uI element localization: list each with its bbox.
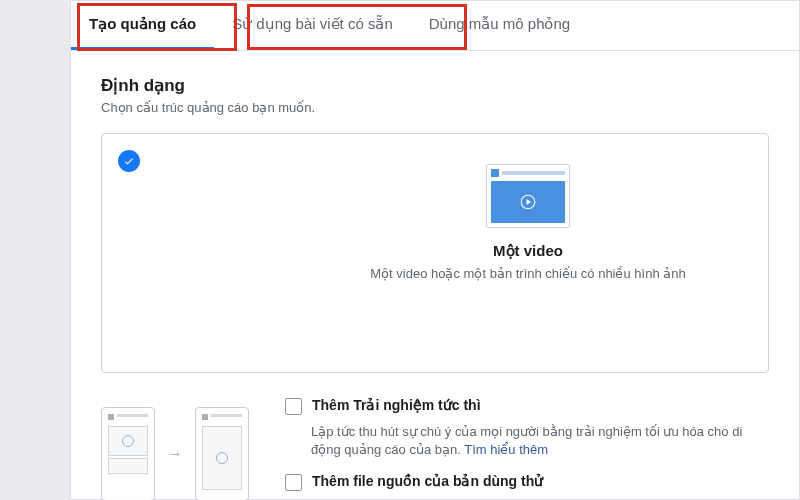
check-icon bbox=[118, 150, 140, 172]
svg-marker-1 bbox=[527, 199, 532, 205]
format-subheading: Chọn cấu trúc quảng cáo bạn muốn. bbox=[101, 100, 769, 115]
instant-experience-title: Thêm Trải nghiệm tức thì bbox=[312, 397, 481, 413]
tab-use-mockup[interactable]: Dùng mẫu mô phỏng bbox=[411, 1, 588, 50]
checkbox-trial-source[interactable] bbox=[285, 474, 302, 491]
checkbox-instant-experience[interactable] bbox=[285, 398, 302, 415]
ad-creation-panel: Tạo quảng cáo Sử dụng bài viết có sẵn Dù… bbox=[70, 0, 800, 500]
learn-more-link[interactable]: Tìm hiểu thêm bbox=[464, 442, 548, 457]
instant-experience-desc: Lập tức thu hút sự chú ý của mọi người b… bbox=[311, 423, 769, 459]
arrow-icon: → bbox=[167, 445, 183, 463]
instant-experience-diagram: → bbox=[101, 397, 261, 500]
ad-setup-tabs: Tạo quảng cáo Sử dụng bài viết có sẵn Dù… bbox=[71, 1, 799, 51]
tab-create-ad[interactable]: Tạo quảng cáo bbox=[71, 1, 214, 50]
tab-use-existing-post[interactable]: Sử dụng bài viết có sẵn bbox=[214, 1, 411, 50]
trial-source-title: Thêm file nguồn của bản dùng thử bbox=[312, 473, 543, 489]
format-heading: Định dạng bbox=[101, 75, 769, 96]
format-option-card[interactable]: Một video Một video hoặc một bản trình c… bbox=[101, 133, 769, 373]
video-format-icon bbox=[486, 164, 570, 228]
format-option-title: Một video bbox=[493, 242, 563, 260]
format-option-desc: Một video hoặc một bản trình chiếu có nh… bbox=[370, 266, 685, 281]
